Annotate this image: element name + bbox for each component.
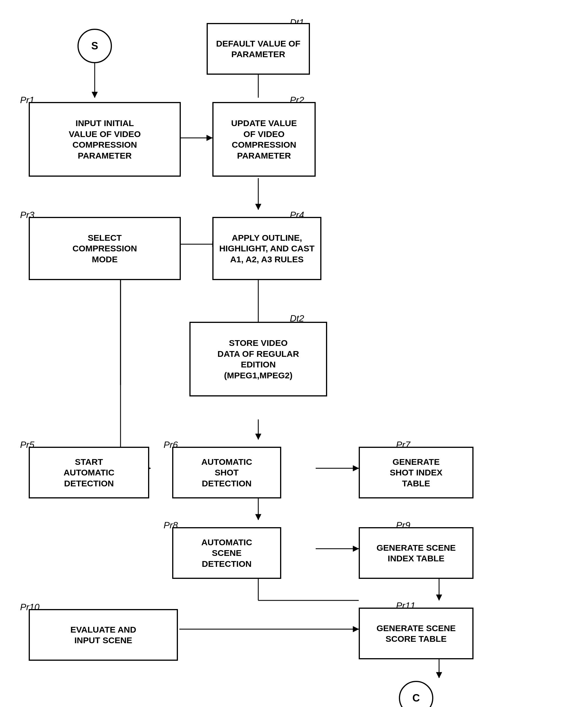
svg-marker-31 [436,672,442,678]
box-gen-scene-text: GENERATE SCENEINDEX TABLE [376,542,456,564]
box-auto-scene-text: AUTOMATICSCENEDETECTION [201,537,252,569]
box-update: UPDATE VALUEOF VIDEOCOMPRESSIONPARAMETER [212,102,316,177]
box-gen-shot: GENERATESHOT INDEXTABLE [359,447,474,498]
box-gen-score: GENERATE SCENESCORE TABLE [359,608,474,659]
box-update-text: UPDATE VALUEOF VIDEOCOMPRESSIONPARAMETER [231,118,297,161]
box-default-text: DEFAULT VALUE OF PARAMETER [211,38,306,60]
svg-marker-20 [92,92,98,98]
end-label: C [412,692,420,704]
svg-marker-30 [353,626,359,632]
svg-marker-27 [255,514,261,520]
end-circle: C [399,681,433,707]
svg-marker-25 [255,434,261,440]
box-input-text: INPUT INITIALVALUE OF VIDEOCOMPRESSIONPA… [69,118,141,161]
box-auto-scene: AUTOMATICSCENEDETECTION [172,527,281,579]
box-input: INPUT INITIALVALUE OF VIDEOCOMPRESSIONPA… [29,102,181,177]
box-evaluate-text: EVALUATE ANDINPUT SCENE [70,624,136,646]
box-gen-scene: GENERATE SCENEINDEX TABLE [359,527,474,579]
box-select: SELECTCOMPRESSIONMODE [29,217,181,280]
box-apply: APPLY OUTLINE,HIGHLIGHT, AND CASTA1, A2,… [212,217,321,280]
svg-marker-26 [353,465,359,471]
start-circle: S [77,29,112,63]
box-store-text: STORE VIDEODATA OF REGULAREDITION(MPEG1,… [218,338,299,381]
box-apply-text: APPLY OUTLINE,HIGHLIGHT, AND CASTA1, A2,… [219,232,315,265]
box-auto-shot-text: AUTOMATICSHOTDETECTION [201,457,252,489]
box-gen-score-text: GENERATE SCENESCORE TABLE [376,623,456,644]
box-default: DEFAULT VALUE OF PARAMETER [207,23,310,75]
box-auto-shot: AUTOMATICSHOTDETECTION [172,447,281,498]
box-start-auto: STARTAUTOMATICDETECTION [29,447,149,498]
box-start-auto-text: STARTAUTOMATICDETECTION [64,457,114,489]
start-label: S [91,40,98,52]
svg-marker-28 [353,546,359,551]
diagram: S Dt1 DEFAULT VALUE OF PARAMETER Pr1 INP… [0,0,588,707]
box-store: STORE VIDEODATA OF REGULAREDITION(MPEG1,… [189,322,327,397]
box-gen-shot-text: GENERATESHOT INDEXTABLE [390,457,442,489]
svg-marker-21 [207,135,212,141]
box-evaluate: EVALUATE ANDINPUT SCENE [29,609,178,661]
svg-marker-29 [436,595,442,600]
svg-marker-22 [255,204,261,210]
box-select-text: SELECTCOMPRESSIONMODE [72,232,137,265]
